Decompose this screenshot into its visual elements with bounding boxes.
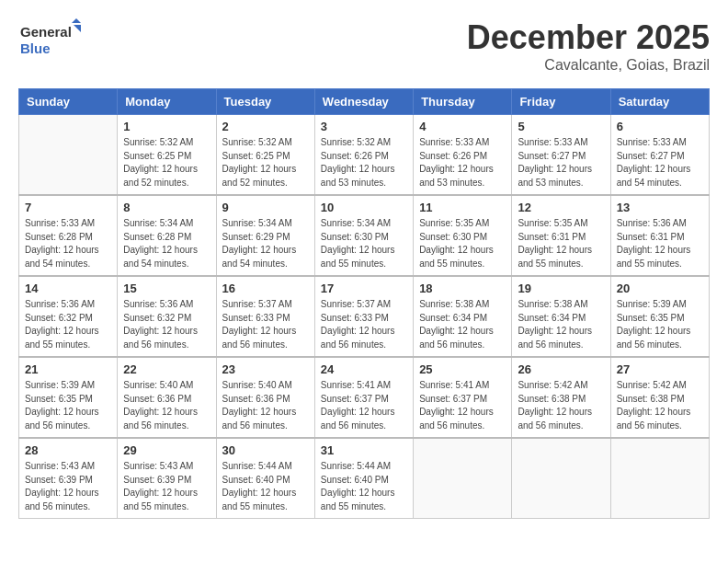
weekday-header-monday: Monday <box>118 89 216 115</box>
calendar-cell: 13Sunrise: 5:36 AMSunset: 6:31 PMDayligh… <box>610 195 709 276</box>
day-number: 29 <box>123 443 210 457</box>
day-info: Sunrise: 5:33 AMSunset: 6:27 PMDaylight:… <box>617 136 703 190</box>
svg-text:Blue: Blue <box>20 40 51 56</box>
day-info: Sunrise: 5:38 AMSunset: 6:34 PMDaylight:… <box>419 298 506 351</box>
day-info: Sunrise: 5:34 AMSunset: 6:28 PMDaylight:… <box>123 217 210 270</box>
day-number: 25 <box>419 362 506 376</box>
weekday-header-wednesday: Wednesday <box>314 89 413 115</box>
calendar-cell: 2Sunrise: 5:32 AMSunset: 6:25 PMDaylight… <box>216 115 314 196</box>
calendar-cell: 19Sunrise: 5:38 AMSunset: 6:34 PMDayligh… <box>512 276 610 357</box>
day-info: Sunrise: 5:32 AMSunset: 6:25 PMDaylight:… <box>222 136 309 190</box>
calendar-week-row: 21Sunrise: 5:39 AMSunset: 6:35 PMDayligh… <box>19 357 710 438</box>
calendar-cell: 28Sunrise: 5:43 AMSunset: 6:39 PMDayligh… <box>19 438 118 519</box>
calendar-cell <box>610 438 709 519</box>
day-info: Sunrise: 5:33 AMSunset: 6:27 PMDaylight:… <box>518 136 604 190</box>
day-info: Sunrise: 5:34 AMSunset: 6:30 PMDaylight:… <box>321 217 407 270</box>
calendar-cell <box>414 438 512 519</box>
day-number: 18 <box>419 282 506 295</box>
day-info: Sunrise: 5:36 AMSunset: 6:32 PMDaylight:… <box>25 298 111 351</box>
day-number: 24 <box>321 362 407 376</box>
day-info: Sunrise: 5:35 AMSunset: 6:30 PMDaylight:… <box>419 217 506 270</box>
day-number: 8 <box>123 201 210 214</box>
day-number: 12 <box>518 201 604 214</box>
day-info: Sunrise: 5:35 AMSunset: 6:31 PMDaylight:… <box>518 217 604 270</box>
day-info: Sunrise: 5:42 AMSunset: 6:38 PMDaylight:… <box>617 379 703 432</box>
svg-text:General: General <box>20 24 72 40</box>
calendar-cell: 12Sunrise: 5:35 AMSunset: 6:31 PMDayligh… <box>512 195 610 276</box>
calendar-table: SundayMondayTuesdayWednesdayThursdayFrid… <box>18 88 710 519</box>
day-number: 23 <box>222 362 309 376</box>
day-number: 19 <box>518 282 604 295</box>
day-info: Sunrise: 5:44 AMSunset: 6:40 PMDaylight:… <box>222 460 309 513</box>
calendar-cell: 22Sunrise: 5:40 AMSunset: 6:36 PMDayligh… <box>118 357 216 438</box>
calendar-cell: 11Sunrise: 5:35 AMSunset: 6:30 PMDayligh… <box>414 195 512 276</box>
day-info: Sunrise: 5:37 AMSunset: 6:33 PMDaylight:… <box>222 298 309 351</box>
day-number: 2 <box>222 120 309 133</box>
day-number: 22 <box>123 362 210 376</box>
calendar-cell: 18Sunrise: 5:38 AMSunset: 6:34 PMDayligh… <box>414 276 512 357</box>
day-info: Sunrise: 5:34 AMSunset: 6:29 PMDaylight:… <box>222 217 309 270</box>
logo-svg: General Blue <box>18 18 83 60</box>
calendar-cell: 30Sunrise: 5:44 AMSunset: 6:40 PMDayligh… <box>216 438 314 519</box>
month-title: December 2025 <box>467 18 710 57</box>
day-info: Sunrise: 5:37 AMSunset: 6:33 PMDaylight:… <box>321 298 407 351</box>
calendar-week-row: 7Sunrise: 5:33 AMSunset: 6:28 PMDaylight… <box>19 195 710 276</box>
day-number: 7 <box>25 201 111 214</box>
day-number: 5 <box>518 120 604 133</box>
day-info: Sunrise: 5:39 AMSunset: 6:35 PMDaylight:… <box>617 298 703 351</box>
day-number: 27 <box>617 362 703 376</box>
weekday-header-tuesday: Tuesday <box>216 89 314 115</box>
logo: General Blue <box>18 18 83 60</box>
day-number: 21 <box>25 362 111 376</box>
title-block: December 2025 Cavalcante, Goias, Brazil <box>467 18 710 74</box>
weekday-header-friday: Friday <box>512 89 610 115</box>
day-info: Sunrise: 5:40 AMSunset: 6:36 PMDaylight:… <box>123 379 210 432</box>
day-info: Sunrise: 5:41 AMSunset: 6:37 PMDaylight:… <box>321 379 407 432</box>
day-number: 30 <box>222 443 309 457</box>
day-info: Sunrise: 5:43 AMSunset: 6:39 PMDaylight:… <box>25 460 111 513</box>
day-number: 28 <box>25 443 111 457</box>
day-info: Sunrise: 5:41 AMSunset: 6:37 PMDaylight:… <box>419 379 506 432</box>
svg-marker-2 <box>72 18 81 23</box>
day-number: 15 <box>123 282 210 295</box>
day-number: 26 <box>518 362 604 376</box>
day-number: 9 <box>222 201 309 214</box>
calendar-cell: 3Sunrise: 5:32 AMSunset: 6:26 PMDaylight… <box>314 115 413 196</box>
day-number: 11 <box>419 201 506 214</box>
day-number: 1 <box>123 120 210 133</box>
calendar-cell <box>512 438 610 519</box>
day-number: 4 <box>419 120 506 133</box>
calendar-cell: 14Sunrise: 5:36 AMSunset: 6:32 PMDayligh… <box>19 276 118 357</box>
calendar-cell: 4Sunrise: 5:33 AMSunset: 6:26 PMDaylight… <box>414 115 512 196</box>
day-info: Sunrise: 5:44 AMSunset: 6:40 PMDaylight:… <box>321 460 407 513</box>
page-header: General Blue December 2025 Cavalcante, G… <box>18 18 710 74</box>
day-number: 16 <box>222 282 309 295</box>
calendar-cell: 27Sunrise: 5:42 AMSunset: 6:38 PMDayligh… <box>610 357 709 438</box>
calendar-cell: 16Sunrise: 5:37 AMSunset: 6:33 PMDayligh… <box>216 276 314 357</box>
calendar-cell: 23Sunrise: 5:40 AMSunset: 6:36 PMDayligh… <box>216 357 314 438</box>
weekday-header-saturday: Saturday <box>610 89 709 115</box>
calendar-cell: 31Sunrise: 5:44 AMSunset: 6:40 PMDayligh… <box>314 438 413 519</box>
day-number: 14 <box>25 282 111 295</box>
day-number: 17 <box>321 282 407 295</box>
calendar-cell: 1Sunrise: 5:32 AMSunset: 6:25 PMDaylight… <box>118 115 216 196</box>
calendar-cell: 29Sunrise: 5:43 AMSunset: 6:39 PMDayligh… <box>118 438 216 519</box>
svg-marker-3 <box>74 25 81 32</box>
calendar-cell: 7Sunrise: 5:33 AMSunset: 6:28 PMDaylight… <box>19 195 118 276</box>
weekday-header-sunday: Sunday <box>19 89 118 115</box>
calendar-week-row: 1Sunrise: 5:32 AMSunset: 6:25 PMDaylight… <box>19 115 710 196</box>
day-info: Sunrise: 5:32 AMSunset: 6:26 PMDaylight:… <box>321 136 407 190</box>
day-number: 13 <box>617 201 703 214</box>
calendar-cell: 15Sunrise: 5:36 AMSunset: 6:32 PMDayligh… <box>118 276 216 357</box>
calendar-cell <box>19 115 118 196</box>
day-number: 3 <box>321 120 407 133</box>
calendar-cell: 21Sunrise: 5:39 AMSunset: 6:35 PMDayligh… <box>19 357 118 438</box>
day-info: Sunrise: 5:43 AMSunset: 6:39 PMDaylight:… <box>123 460 210 513</box>
calendar-cell: 8Sunrise: 5:34 AMSunset: 6:28 PMDaylight… <box>118 195 216 276</box>
calendar-cell: 25Sunrise: 5:41 AMSunset: 6:37 PMDayligh… <box>414 357 512 438</box>
day-info: Sunrise: 5:39 AMSunset: 6:35 PMDaylight:… <box>25 379 111 432</box>
day-number: 6 <box>617 120 703 133</box>
calendar-cell: 9Sunrise: 5:34 AMSunset: 6:29 PMDaylight… <box>216 195 314 276</box>
calendar-cell: 6Sunrise: 5:33 AMSunset: 6:27 PMDaylight… <box>610 115 709 196</box>
calendar-cell: 5Sunrise: 5:33 AMSunset: 6:27 PMDaylight… <box>512 115 610 196</box>
